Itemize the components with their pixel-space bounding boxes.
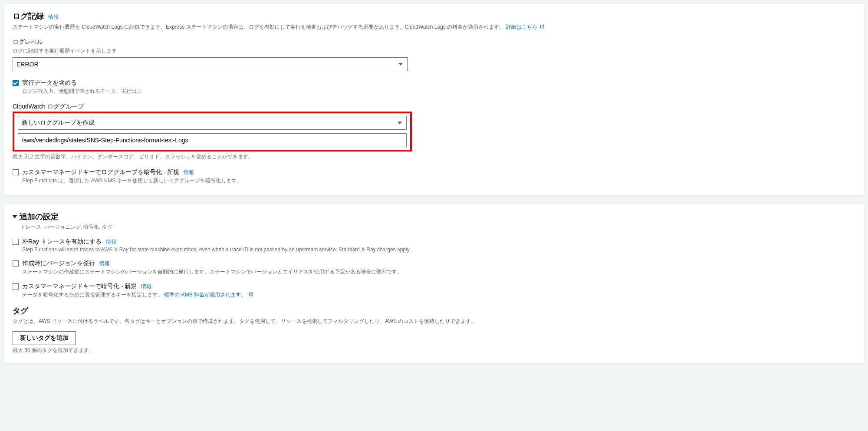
external-link-icon — [248, 292, 253, 297]
log-group-name-input[interactable] — [18, 133, 407, 147]
include-exec-desc: ログ実行入力、状態間で渡されるデータ、実行出力 — [22, 88, 855, 95]
version-desc: ステートマシンの作成後にステートマシンのバージョンを自動的に発行します。ステート… — [22, 268, 855, 276]
learn-more-link[interactable]: 詳細はこちら — [506, 24, 545, 30]
xray-checkbox[interactable] — [13, 239, 19, 245]
additional-title: 追加の設定 — [20, 211, 59, 222]
chevron-down-icon — [398, 122, 402, 124]
log-level-desc: ログに記録する実行履歴イベントを示します — [13, 47, 855, 55]
kms-encrypt-label: カスタマーマネージドキーでロググループを暗号化 - 新規 — [22, 168, 179, 176]
tags-limit: 最大 50 個のタグを追加できます。 — [13, 347, 855, 354]
cmk-desc-prefix: データを暗号化するために直接管理するキーを指定します。 — [22, 292, 163, 298]
log-level-label: ログレベル — [13, 38, 855, 46]
version-publish-checkbox[interactable] — [13, 260, 19, 266]
xray-label: X-Ray トレースを有効にする — [22, 238, 102, 246]
log-group-highlight: 新しいロググループを作成 — [13, 112, 412, 151]
learn-more-text: 詳細はこちら — [506, 24, 537, 30]
log-group-hint: 最大 512 文字の英数字。ハイフン、アンダースコア、ピリオド、スラッシュを含め… — [13, 153, 855, 161]
log-group-select[interactable]: 新しいロググループを作成 — [18, 116, 407, 130]
tags-title: タグ — [13, 306, 855, 316]
log-level-value: ERROR — [16, 61, 39, 68]
kms-encrypt-desc: Step Functions は、選択した AWS KMS キーを使用して新しい… — [22, 177, 855, 184]
additional-settings-panel: 追加の設定 トレース, バージョニング, 暗号化, タグ X-Ray トレースを… — [3, 204, 865, 363]
version-info-link[interactable]: 情報 — [99, 260, 110, 267]
cmk-desc: データを暗号化するために直接管理するキーを指定します。 標準の KMS 料金が適… — [22, 291, 855, 299]
additional-sub: トレース, バージョニング, 暗号化, タグ — [20, 224, 855, 231]
log-group-label: CloudWatch ロググループ — [13, 103, 855, 111]
include-exec-label: 実行データを含める — [22, 79, 855, 87]
collapse-caret-icon — [13, 215, 17, 218]
cmk-label: カスタマーマネージドキーで暗号化 - 新規 — [22, 283, 137, 290]
kms-encrypt-info-link[interactable]: 情報 — [184, 169, 194, 176]
kms-pricing-text: 標準の KMS 料金が適用されます。 — [164, 292, 246, 298]
tags-desc: タグとは、AWS リソースに付けるラベルです。各タグはキーとオプションの値で構成… — [13, 318, 855, 325]
log-group-select-value: 新しいロググループを作成 — [22, 119, 95, 127]
chevron-down-icon — [398, 63, 403, 66]
log-section-title: ログ記録 — [13, 11, 44, 21]
external-link-icon — [539, 24, 545, 29]
log-level-select[interactable]: ERROR — [13, 57, 408, 71]
cmk-info-link[interactable]: 情報 — [141, 283, 151, 290]
cmk-encrypt-checkbox[interactable] — [13, 283, 19, 290]
xray-desc: Step Functions will send traces to AWS X… — [22, 247, 855, 253]
log-recording-panel: ログ記録 情報 ステートマシンの実行履歴を CloudWatch Logs に記… — [3, 3, 865, 195]
log-section-info-link[interactable]: 情報 — [48, 13, 59, 21]
xray-info-link[interactable]: 情報 — [106, 238, 116, 246]
additional-settings-header[interactable]: 追加の設定 — [13, 211, 855, 222]
version-label: 作成時にバージョンを発行 — [22, 260, 95, 267]
log-section-desc-text: ステートマシンの実行履歴を CloudWatch Logs に記録できます。Ex… — [13, 24, 504, 30]
add-tag-button[interactable]: 新しいタグを追加 — [13, 331, 76, 345]
kms-encrypt-checkbox[interactable] — [13, 169, 19, 175]
include-exec-data-checkbox[interactable] — [13, 80, 19, 86]
log-section-desc: ステートマシンの実行履歴を CloudWatch Logs に記録できます。Ex… — [13, 23, 855, 31]
kms-pricing-link[interactable]: 標準の KMS 料金が適用されます。 — [164, 292, 253, 298]
